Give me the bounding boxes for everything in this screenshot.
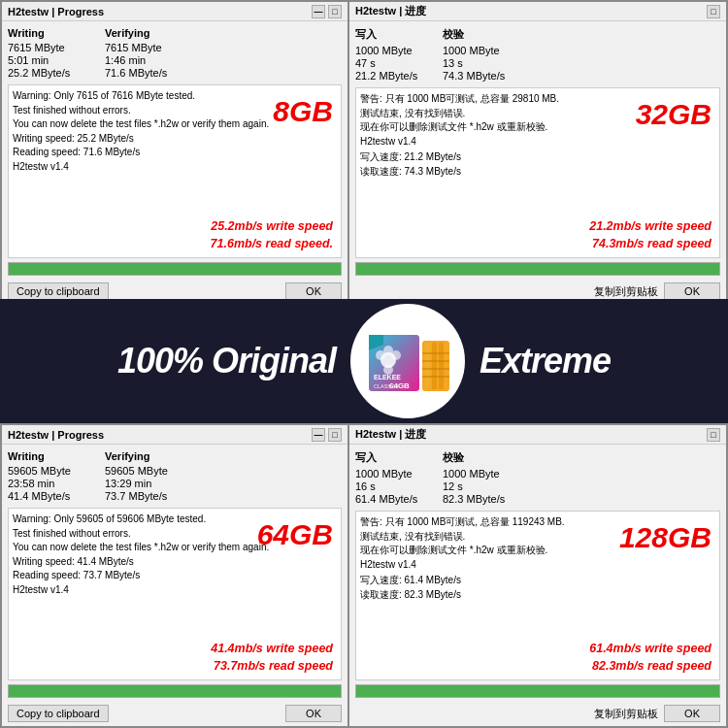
bl-verifying-size: 59605 MByte	[105, 465, 192, 477]
svg-point-6	[376, 350, 385, 360]
verifying-size: 7615 MByte	[105, 42, 192, 53]
middle-right-text: Extreme	[480, 341, 611, 381]
br-maximize-btn[interactable]: □	[707, 428, 720, 442]
br-verifying-col: 校验 1000 MByte 12 s 82.3 MByte/s	[443, 450, 520, 505]
svg-rect-14	[439, 343, 444, 389]
bl-minimize-btn[interactable]: —	[312, 428, 325, 442]
bottom-left-titlebar: H2testw | Progress — □	[2, 425, 347, 445]
bottom-right-titlebar: H2testw | 进度 □	[349, 425, 726, 445]
bottom-right-speeds: 61.4mb/s write speed 82.3mb/s read speed	[589, 640, 711, 677]
tr-ok-btn[interactable]: OK	[664, 282, 720, 300]
bottom-left-size-label: 64GB	[257, 518, 333, 551]
br-write-speed: 61.4mb/s write speed	[589, 640, 711, 658]
bl-maximize-btn[interactable]: □	[328, 428, 342, 442]
bottom-right-progress	[355, 684, 720, 698]
verifying-speed: 71.6 MByte/s	[105, 67, 192, 79]
minimize-btn[interactable]: —	[312, 5, 325, 18]
tr-read-speed: 74.3mb/s read speed	[589, 235, 711, 253]
ok-btn[interactable]: OK	[285, 282, 342, 300]
svg-rect-19	[422, 376, 449, 378]
bl-verifying-speed: 73.7 MByte/s	[105, 490, 192, 502]
top-left-body: Writing 7615 MByte 5:01 min 25.2 MByte/s…	[2, 21, 347, 84]
br-verifying-time: 12 s	[443, 480, 520, 492]
svg-point-7	[391, 350, 401, 360]
top-right-speeds: 21.2mb/s write speed 74.3mb/s read speed	[589, 217, 711, 254]
br-writing-speed: 61.4 MByte/s	[355, 493, 433, 505]
bl-ok-btn[interactable]: OK	[285, 705, 342, 722]
svg-rect-18	[422, 368, 449, 370]
top-right-body: 写入 1000 MByte 47 s 21.2 MByte/s 校验 1000 …	[349, 21, 726, 87]
svg-rect-17	[422, 360, 449, 362]
top-right-size-label: 32GB	[636, 98, 711, 131]
svg-text:64GB: 64GB	[389, 381, 410, 390]
tr-copy-text: 复制到剪贴板	[594, 284, 658, 299]
writing-size: 7615 MByte	[8, 42, 95, 53]
copy-clipboard-btn[interactable]: Copy to clipboard	[8, 282, 109, 300]
top-left-title: H2testw | Progress	[8, 6, 104, 17]
top-left-titlebar: H2testw | Progress — □	[2, 2, 347, 21]
tr-writing-size: 1000 MByte	[355, 45, 433, 56]
top-right-window: H2testw | 进度 □ 写入 1000 MByte 47 s 21.2 M…	[349, 0, 728, 306]
br-read-speed: 82.3mb/s read speed	[589, 657, 711, 676]
bottom-left-title: H2testw | Progress	[8, 429, 104, 441]
bl-writing-col: Writing 59605 MByte 23:58 min 41.4 MByte…	[8, 450, 95, 502]
sd-card-svg: ELEKEE CLASS 10 64GB	[364, 323, 451, 399]
tr-writing-col: 写入 1000 MByte 47 s 21.2 MByte/s	[355, 27, 433, 82]
bl-write-speed: 41.4mb/s write speed	[211, 640, 333, 658]
middle-left-text: 100% Original	[117, 341, 336, 381]
bottom-right-bottom: 复制到剪贴板 OK	[349, 702, 726, 726]
svg-rect-16	[422, 352, 449, 354]
maximize-btn[interactable]: □	[328, 5, 342, 18]
tr-verifying-speed: 74.3 MByte/s	[443, 70, 520, 82]
bl-read-speed: 73.7mb/s read speed	[211, 657, 333, 676]
top-left-log: Warning: Only 7615 of 7616 MByte tested.…	[8, 84, 342, 258]
br-ok-btn[interactable]: OK	[664, 705, 720, 722]
writing-time: 5:01 min	[8, 54, 95, 66]
bottom-right-size-label: 128GB	[619, 521, 711, 554]
tr-writing-time: 47 s	[355, 57, 433, 69]
verifying-label: Verifying	[105, 27, 192, 39]
bottom-right-body: 写入 1000 MByte 16 s 61.4 MByte/s 校验 1000 …	[349, 445, 726, 511]
br-verifying-speed: 82.3 MByte/s	[443, 493, 520, 505]
br-verifying-size: 1000 MByte	[443, 468, 520, 480]
top-left-speeds: 25.2mb/s write speed 71.6mb/s read speed…	[211, 217, 333, 254]
svg-rect-15	[425, 343, 430, 389]
bl-verifying-col: Verifying 59605 MByte 13:29 min 73.7 MBy…	[105, 450, 192, 502]
br-verifying-label: 校验	[443, 450, 520, 465]
br-copy-text: 复制到剪贴板	[594, 707, 658, 721]
bl-writing-speed: 41.4 MByte/s	[8, 490, 95, 502]
tr-verifying-time: 13 s	[443, 57, 520, 69]
bl-verifying-time: 13:29 min	[105, 478, 192, 489]
svg-text:ELEKEE: ELEKEE	[374, 374, 401, 381]
verifying-col: Verifying 7615 MByte 1:46 min 71.6 MByte…	[105, 27, 192, 79]
br-writing-col: 写入 1000 MByte 16 s 61.4 MByte/s	[355, 450, 433, 505]
writing-label: Writing	[8, 27, 95, 39]
bl-copy-btn[interactable]: Copy to clipboard	[8, 705, 109, 722]
tr-verifying-size: 1000 MByte	[443, 45, 520, 56]
bottom-right-log: 警告: 只有 1000 MB可测试, 总容量 119243 MB. 测试结束, …	[355, 511, 720, 680]
tr-writing-speed: 21.2 MByte/s	[355, 70, 433, 82]
top-right-log: 警告: 只有 1000 MB可测试, 总容量 29810 MB. 测试结束, 没…	[355, 87, 720, 258]
bottom-left-bottom: Copy to clipboard OK	[2, 702, 347, 726]
bottom-left-log: Warning: Only 59605 of 59606 MByte teste…	[8, 508, 342, 680]
top-right-log2: 写入速度: 21.2 MByte/s 读取速度: 74.3 MByte/s	[360, 150, 715, 179]
top-right-title: H2testw | 进度	[355, 4, 426, 18]
top-left-progress	[8, 262, 342, 276]
br-writing-label: 写入	[355, 450, 433, 465]
top-left-write-speed: 25.2mb/s write speed	[211, 217, 333, 236]
tr-writing-label: 写入	[355, 27, 433, 42]
bottom-left-window: H2testw | Progress — □ Writing 59605 MBy…	[0, 423, 349, 728]
tr-maximize-btn[interactable]: □	[707, 5, 720, 18]
tr-verifying-label: 校验	[443, 27, 520, 42]
writing-speed: 25.2 MByte/s	[8, 67, 95, 79]
bottom-half: H2testw | Progress — □ Writing 59605 MBy…	[0, 423, 728, 728]
bl-writing-time: 23:58 min	[8, 478, 95, 489]
br-writing-size: 1000 MByte	[355, 468, 433, 480]
tr-write-speed: 21.2mb/s write speed	[589, 217, 711, 236]
tr-verifying-col: 校验 1000 MByte 13 s 74.3 MByte/s	[443, 27, 520, 82]
sd-logo-circle: ELEKEE CLASS 10 64GB	[350, 304, 465, 418]
bottom-left-speeds: 41.4mb/s write speed 73.7mb/s read speed	[211, 640, 333, 677]
top-right-progress	[355, 262, 720, 276]
verifying-time: 1:46 min	[105, 54, 192, 66]
bl-writing-size: 59605 MByte	[8, 465, 95, 477]
